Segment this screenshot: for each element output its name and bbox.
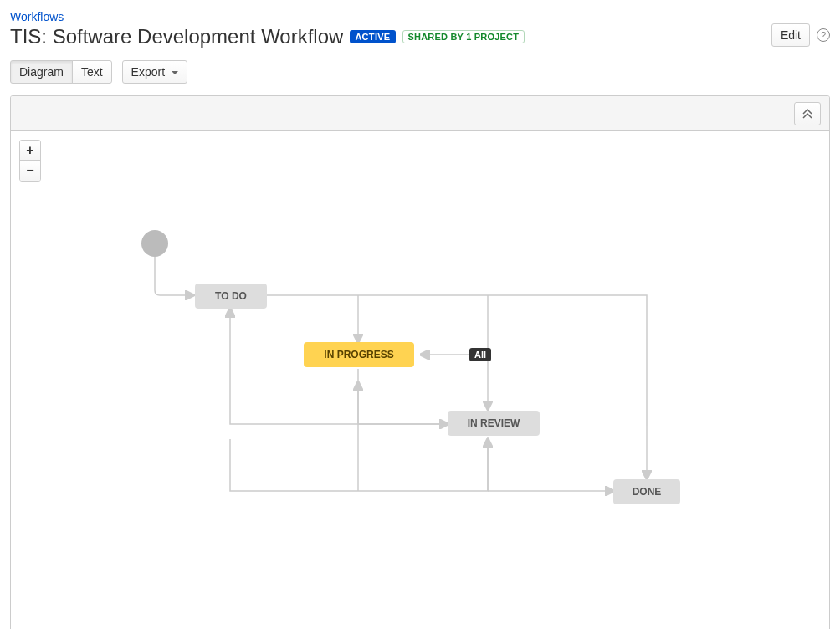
zoom-controls: + − [19, 140, 41, 182]
diagram-toolbar [11, 96, 829, 131]
view-mode-group: Diagram Text [10, 60, 112, 84]
edit-button[interactable]: Edit [771, 23, 810, 47]
start-node[interactable] [141, 230, 168, 257]
status-badge-active: ACTIVE [350, 30, 395, 43]
status-node-in-review[interactable]: IN REVIEW [448, 411, 540, 436]
view-toolbar: Diagram Text Export [10, 60, 830, 84]
diagram-panel: + − [10, 95, 830, 629]
status-badge-shared[interactable]: SHARED BY 1 PROJECT [402, 30, 525, 43]
breadcrumb-workflows[interactable]: Workflows [10, 10, 771, 23]
collapse-toolbar-button[interactable] [794, 102, 821, 125]
export-button[interactable]: Export [122, 60, 187, 84]
status-node-done[interactable]: DONE [613, 479, 680, 504]
page-title: TIS: Software Development Workflow [10, 25, 343, 49]
diagram-canvas[interactable]: + − [11, 131, 829, 629]
tab-diagram[interactable]: Diagram [10, 60, 73, 84]
zoom-in-button[interactable]: + [20, 141, 40, 161]
tab-text[interactable]: Text [72, 60, 112, 84]
export-label: Export [131, 65, 165, 79]
zoom-out-button[interactable]: − [20, 161, 40, 181]
status-node-todo[interactable]: TO DO [195, 284, 267, 309]
status-node-in-progress[interactable]: IN PROGRESS [304, 342, 414, 367]
transition-label-all[interactable]: All [469, 348, 491, 361]
diagram-edges [11, 131, 829, 629]
help-icon[interactable]: ? [817, 28, 830, 42]
chevron-down-icon [172, 71, 178, 74]
chevron-double-up-icon [802, 109, 813, 119]
